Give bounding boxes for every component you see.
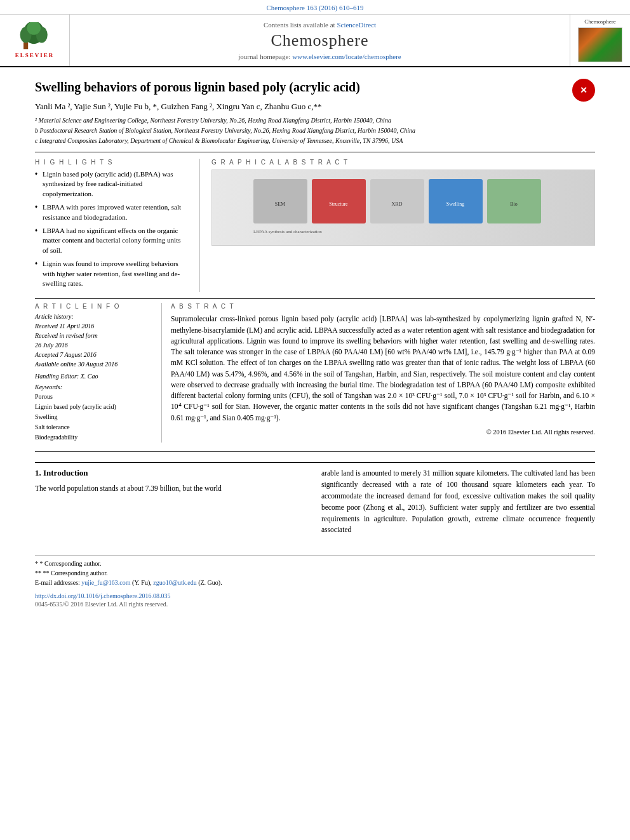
svg-text:SEM: SEM	[275, 201, 285, 207]
star-symbol: *	[35, 560, 38, 567]
journal-citation-bar: Chemosphere 163 (2016) 610–619	[0, 0, 630, 15]
abstract-section: A B S T R A C T Supramolecular cross-lin…	[162, 303, 595, 443]
footer-notes: * * Corresponding author. ** ** Correspo…	[35, 555, 595, 608]
highlights-graphical-section: H I G H L I G H T S Lignin based poly (a…	[35, 159, 595, 292]
email1-link[interactable]: yujie_fu@163.com	[81, 579, 130, 586]
sciencedirect-link: Contents lists available at ScienceDirec…	[264, 21, 376, 29]
doi-line: http://dx.doi.org/10.1016/j.chemosphere.…	[35, 592, 595, 599]
abstract-text: Supramolecular cross-linked porous ligni…	[171, 314, 595, 423]
history-online: Available online 30 August 2016	[35, 359, 152, 369]
journal-header-center: Contents lists available at ScienceDirec…	[70, 15, 570, 66]
highlights-label: H I G H L I G H T S	[35, 159, 188, 166]
intro-section-title: 1. Introduction	[35, 468, 309, 478]
email-label: E-mail addresses:	[35, 579, 80, 586]
mini-journal-label: Chemosphere	[584, 18, 616, 25]
history-received: Received 11 April 2016	[35, 321, 152, 331]
elsevier-tree-icon	[16, 22, 54, 51]
keyword-3: Swelling	[35, 412, 152, 422]
footer-copyright: 0045-6535/© 2016 Elsevier Ltd. All right…	[35, 601, 595, 608]
svg-rect-0	[23, 43, 28, 50]
intro-left-col: 1. Introduction The world population sta…	[35, 468, 309, 536]
article-title: Swelling behaviors of porous lignin base…	[35, 79, 595, 95]
copyright-line: © 2016 Elsevier Ltd. All rights reserved…	[171, 429, 595, 436]
double-star-note: ** ** Corresponding author.	[35, 568, 595, 578]
email2-link[interactable]: zguo10@utk.edu	[153, 579, 196, 586]
highlight-item-1: Lignin based poly (acrylic acid) (LBPAA)…	[35, 170, 188, 199]
graphical-abstract-column: G R A P H I C A L A B S T R A C T SEM St…	[200, 159, 595, 292]
svg-text:Structure: Structure	[329, 201, 348, 207]
keyword-2: Lignin based poly (acrylic acid)	[35, 402, 152, 412]
intro-divider	[35, 451, 595, 452]
affiliations: ² Material Science and Engineering Colle…	[35, 116, 595, 145]
graphical-abstract-label: G R A P H I C A L A B S T R A C T	[211, 159, 595, 166]
journal-cover-area: Chemosphere	[570, 15, 630, 66]
highlights-list: Lignin based poly (acrylic acid) (LBPAA)…	[35, 170, 188, 288]
elsevier-logo-area: ELSEVIER	[0, 15, 70, 66]
journal-title: Chemosphere	[271, 31, 369, 50]
article-info-abstract-section: A R T I C L E I N F O Article history: R…	[35, 298, 595, 443]
keywords-label: Keywords:	[35, 383, 152, 390]
history-revised-date: 26 July 2016	[35, 340, 152, 350]
crossmark-icon[interactable]: ✕	[572, 79, 595, 102]
affiliation-c: c Integrated Composites Laboratory, Depa…	[35, 136, 595, 145]
journal-cover-image	[578, 27, 622, 62]
abstract-label: A B S T R A C T	[171, 303, 595, 310]
authors-text: Yanli Ma ², Yajie Sun ², Yujie Fu b, *, …	[35, 102, 322, 111]
svg-text:XRD: XRD	[392, 201, 403, 207]
introduction-section: 1. Introduction The world population sta…	[35, 462, 595, 536]
authors-line: Yanli Ma ², Yajie Sun ², Yujie Fu b, *, …	[35, 102, 595, 112]
elsevier-branding: ELSEVIER	[15, 22, 55, 58]
history-accepted: Accepted 7 August 2016	[35, 350, 152, 359]
graphical-abstract-image: SEM Structure XRD Swelling Bio LBPAA syn…	[211, 170, 595, 246]
affiliation-a: ² Material Science and Engineering Colle…	[35, 116, 595, 125]
star-note: * * Corresponding author.	[35, 559, 595, 568]
article-content: ✕ Swelling behaviors of porous lignin ba…	[0, 67, 630, 608]
history-revised-label: Received in revised form	[35, 331, 152, 340]
highlight-item-4: Lignin was found to improve swelling beh…	[35, 259, 188, 288]
journal-homepage: journal homepage: www.elsevier.com/locat…	[238, 53, 401, 60]
elsevier-wordmark: ELSEVIER	[15, 52, 55, 58]
svg-text:Bio: Bio	[510, 201, 518, 207]
highlight-item-2: LBPAA with pores improved water retentio…	[35, 203, 188, 222]
keyword-4: Salt tolerance	[35, 422, 152, 432]
article-info: A R T I C L E I N F O Article history: R…	[35, 303, 162, 443]
section-divider	[35, 152, 595, 152]
keywords-list: Porous Lignin based poly (acrylic acid) …	[35, 392, 152, 443]
keyword-1: Porous	[35, 392, 152, 402]
sciencedirect-anchor[interactable]: ScienceDirect	[337, 21, 376, 29]
doi-link[interactable]: http://dx.doi.org/10.1016/j.chemosphere.…	[35, 592, 170, 599]
double-star-symbol: **	[35, 570, 41, 577]
affiliation-b: b Postdoctoral Research Station of Biolo…	[35, 126, 595, 135]
journal-header: ELSEVIER Contents lists available at Sci…	[0, 15, 630, 67]
graphical-abstract-svg: SEM Structure XRD Swelling Bio LBPAA syn…	[212, 173, 594, 243]
svg-text:LBPAA synthesis and characteri: LBPAA synthesis and characterization	[253, 229, 322, 234]
handling-editor: Handling Editor: X. Cao	[35, 373, 152, 380]
journal-citation: Chemosphere 163 (2016) 610–619	[266, 4, 363, 11]
history-label: Article history:	[35, 313, 152, 320]
article-history: Article history: Received 11 April 2016 …	[35, 313, 152, 369]
intro-right-col: arable land is amounted to merely 31 mil…	[321, 468, 595, 536]
homepage-link[interactable]: www.elsevier.com/locate/chemosphere	[292, 53, 401, 60]
article-info-label: A R T I C L E I N F O	[35, 303, 152, 310]
intro-two-col: 1. Introduction The world population sta…	[35, 468, 595, 536]
page: Chemosphere 163 (2016) 610–619 ELSEVIER …	[0, 0, 630, 840]
email-line: E-mail addresses: yujie_fu@163.com (Y. F…	[35, 578, 595, 587]
intro-right-text: arable land is amounted to merely 31 mil…	[321, 468, 595, 536]
keywords-section: Keywords: Porous Lignin based poly (acry…	[35, 383, 152, 443]
highlight-item-3: LBPAA had no significant effects on the …	[35, 226, 188, 255]
highlights-column: H I G H L I G H T S Lignin based poly (a…	[35, 159, 200, 292]
svg-text:Swelling: Swelling	[446, 201, 464, 207]
intro-left-text: The world population stands at about 7.3…	[35, 483, 309, 495]
keyword-5: Biodegradability	[35, 432, 152, 443]
